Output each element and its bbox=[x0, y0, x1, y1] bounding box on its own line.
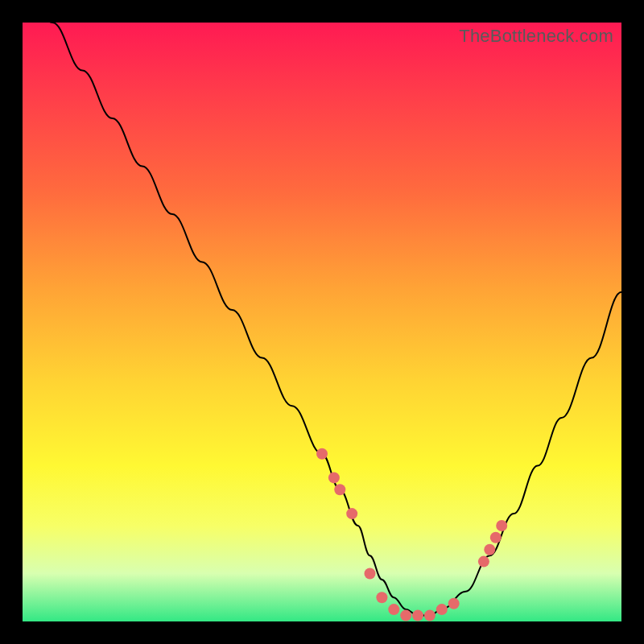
highlight-dot bbox=[448, 598, 460, 609]
curve-layer bbox=[23, 23, 621, 621]
plot-area: TheBottleneck.com bbox=[23, 23, 621, 621]
chart-frame: TheBottleneck.com bbox=[0, 0, 644, 644]
highlight-dot bbox=[478, 556, 489, 568]
highlight-dot bbox=[484, 544, 495, 555]
highlight-dot bbox=[316, 448, 328, 460]
highlight-dot bbox=[412, 610, 423, 621]
highlight-dot bbox=[376, 592, 387, 603]
highlight-dot bbox=[328, 472, 340, 483]
highlight-dot bbox=[436, 604, 448, 615]
bottleneck-curve bbox=[23, 0, 621, 616]
highlight-dot bbox=[334, 484, 345, 495]
highlight-dots bbox=[316, 448, 507, 621]
highlight-dot bbox=[388, 604, 399, 615]
highlight-dot bbox=[490, 532, 502, 543]
highlight-dot bbox=[496, 520, 507, 531]
highlight-dot bbox=[400, 610, 411, 621]
highlight-dot bbox=[365, 568, 376, 580]
highlight-dot bbox=[346, 508, 357, 519]
highlight-dot bbox=[424, 610, 436, 621]
